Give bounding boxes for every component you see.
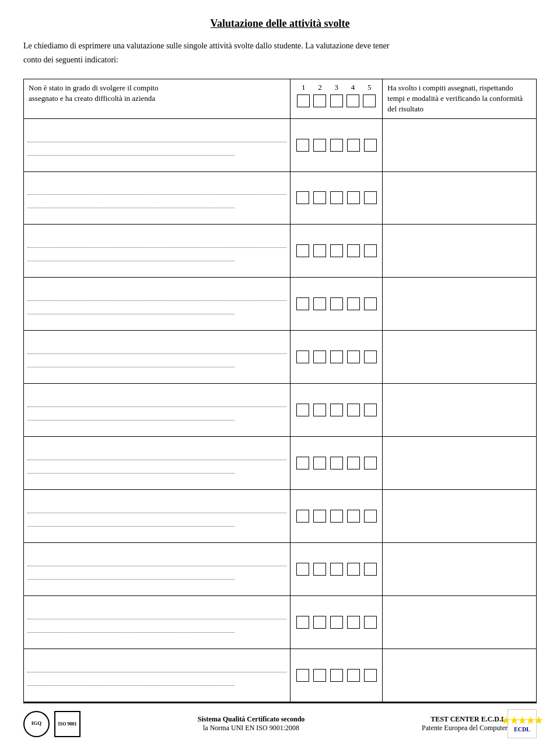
- row-3-cb-1[interactable]: [296, 244, 309, 257]
- row-3-checkboxes: [294, 227, 379, 275]
- row-10-cb-4[interactable]: [347, 616, 360, 629]
- row-10-left-cell: [24, 596, 290, 649]
- row-9-cb-2[interactable]: [313, 563, 326, 576]
- dotted-line-2: [27, 473, 235, 474]
- row-dotted-lines: [27, 663, 286, 688]
- row-2-cb-2[interactable]: [313, 191, 326, 204]
- row-7-cb-3[interactable]: [330, 457, 343, 469]
- row-3-scale-cell: [290, 225, 383, 278]
- row-8-right-cell: [383, 490, 537, 543]
- row-11-cb-4[interactable]: [347, 669, 360, 682]
- row-8-cb-4[interactable]: [347, 510, 360, 523]
- row-11-cb-1[interactable]: [296, 669, 309, 682]
- table-row: [24, 278, 537, 331]
- dotted-line-2: [27, 526, 235, 527]
- row-7-left-cell: [24, 437, 290, 490]
- row-1-cb-2[interactable]: [313, 139, 326, 152]
- row-2-cb-3[interactable]: [330, 191, 343, 204]
- header-checkbox-2[interactable]: [313, 94, 326, 107]
- footer-center-text: Sistema Qualità Certificato secondo la N…: [80, 715, 422, 733]
- row-5-scale-cell: [290, 331, 383, 384]
- row-5-cb-2[interactable]: [313, 351, 326, 363]
- row-1-cb-5[interactable]: [364, 139, 377, 152]
- row-9-cb-3[interactable]: [330, 563, 343, 576]
- row-1-left-cell: [24, 118, 290, 171]
- header-checkbox-3[interactable]: [330, 94, 343, 107]
- row-4-cb-5[interactable]: [364, 297, 377, 310]
- row-11-cb-5[interactable]: [364, 669, 377, 682]
- row-4-cb-4[interactable]: [347, 297, 360, 310]
- row-3-cb-4[interactable]: [347, 244, 360, 257]
- row-4-scale-cell: [290, 278, 383, 331]
- row-8-cb-5[interactable]: [364, 510, 377, 523]
- row-11-cb-3[interactable]: [330, 669, 343, 682]
- dotted-line-2: [27, 314, 235, 314]
- dotted-line-2: [27, 367, 235, 367]
- row-4-cb-3[interactable]: [330, 297, 343, 310]
- row-4-right-cell: [383, 278, 537, 331]
- header-checkbox-1[interactable]: [297, 94, 310, 107]
- row-2-cb-4[interactable]: [347, 191, 360, 204]
- row-6-cb-3[interactable]: [330, 404, 343, 416]
- row-4-cb-1[interactable]: [296, 297, 309, 310]
- row-10-right-cell: [383, 596, 537, 649]
- scale-num-3: 3: [334, 83, 338, 92]
- row-8-cb-2[interactable]: [313, 510, 326, 523]
- row-3-cb-2[interactable]: [313, 244, 326, 257]
- row-10-cb-3[interactable]: [330, 616, 343, 629]
- row-dotted-lines: [27, 503, 286, 529]
- iso-logo: ISO 9001: [54, 711, 80, 737]
- row-6-cb-1[interactable]: [296, 404, 309, 416]
- row-5-right-cell: [383, 331, 537, 384]
- dotted-line-1: [27, 566, 286, 566]
- dotted-line-2: [27, 632, 235, 633]
- row-10-cb-5[interactable]: [364, 616, 377, 629]
- table-row: [24, 171, 537, 225]
- dotted-line-1: [27, 619, 286, 619]
- row-2-cb-1[interactable]: [296, 191, 309, 204]
- row-7-cb-2[interactable]: [313, 457, 326, 469]
- row-11-cb-2[interactable]: [313, 669, 326, 682]
- dotted-line-1: [27, 460, 286, 460]
- row-6-cb-2[interactable]: [313, 404, 326, 416]
- row-10-cb-2[interactable]: [313, 616, 326, 629]
- footer: IGQ ISO 9001 Sistema Qualità Certificato…: [23, 702, 537, 738]
- intro-text-2: conto dei seguenti indicatori:: [23, 55, 537, 65]
- header-checkbox-5[interactable]: [363, 94, 376, 107]
- row-7-cb-4[interactable]: [347, 457, 360, 469]
- header-checkbox-4[interactable]: [346, 94, 359, 107]
- header-right-cell: Ha svolto i compiti assegnati, rispettan…: [383, 79, 537, 119]
- dotted-line-2: [27, 685, 235, 686]
- dotted-line-1: [27, 406, 286, 407]
- row-5-cb-5[interactable]: [364, 351, 377, 363]
- row-3-cb-3[interactable]: [330, 244, 343, 257]
- row-8-checkboxes: [294, 492, 379, 540]
- dotted-line-1: [27, 247, 286, 248]
- row-2-cb-5[interactable]: [364, 191, 377, 204]
- row-7-cb-1[interactable]: [296, 457, 309, 469]
- row-7-scale-cell: [290, 437, 383, 490]
- row-6-cb-5[interactable]: [364, 404, 377, 416]
- scale-num-2: 2: [318, 83, 322, 92]
- row-1-cb-4[interactable]: [347, 139, 360, 152]
- row-10-cb-1[interactable]: [296, 616, 309, 629]
- scale-numbers: 1 2 3 4 5: [295, 83, 377, 92]
- scale-num-1: 1: [302, 83, 306, 92]
- row-5-cb-3[interactable]: [330, 351, 343, 363]
- row-9-cb-4[interactable]: [347, 563, 360, 576]
- row-3-cb-5[interactable]: [364, 244, 377, 257]
- row-9-cb-5[interactable]: [364, 563, 377, 576]
- row-8-cb-3[interactable]: [330, 510, 343, 523]
- row-9-cb-1[interactable]: [296, 563, 309, 576]
- row-4-cb-2[interactable]: [313, 297, 326, 310]
- row-1-checkboxes: [294, 121, 379, 169]
- row-5-cb-4[interactable]: [347, 351, 360, 363]
- row-6-cb-4[interactable]: [347, 404, 360, 416]
- row-7-cb-5[interactable]: [364, 457, 377, 469]
- row-5-cb-1[interactable]: [296, 351, 309, 363]
- row-8-cb-1[interactable]: [296, 510, 309, 523]
- row-1-cb-3[interactable]: [330, 139, 343, 152]
- table-row: [24, 543, 537, 596]
- row-1-cb-1[interactable]: [296, 139, 309, 152]
- scale-boxes-header: [295, 94, 377, 107]
